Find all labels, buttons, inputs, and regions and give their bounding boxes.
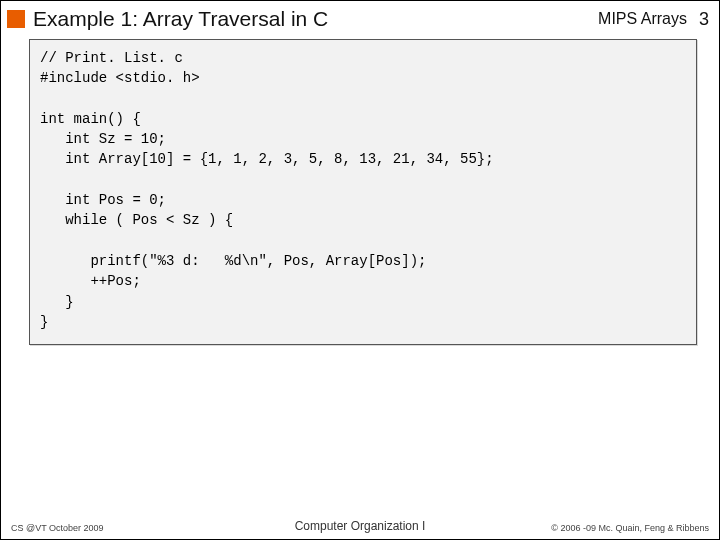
slide-title: Example 1: Array Traversal in C [33,7,598,31]
slide-page: Example 1: Array Traversal in C MIPS Arr… [0,0,720,540]
slide-topic: MIPS Arrays [598,10,687,28]
slide-footer: CS @VT October 2009 Computer Organizatio… [1,523,719,533]
page-number: 3 [693,9,709,30]
footer-right: © 2006 -09 Mc. Quain, Feng & Ribbens [551,523,709,533]
code-block: // Print. List. c #include <stdio. h> in… [29,39,697,345]
bullet-icon [7,10,25,28]
slide-header: Example 1: Array Traversal in C MIPS Arr… [1,1,719,35]
